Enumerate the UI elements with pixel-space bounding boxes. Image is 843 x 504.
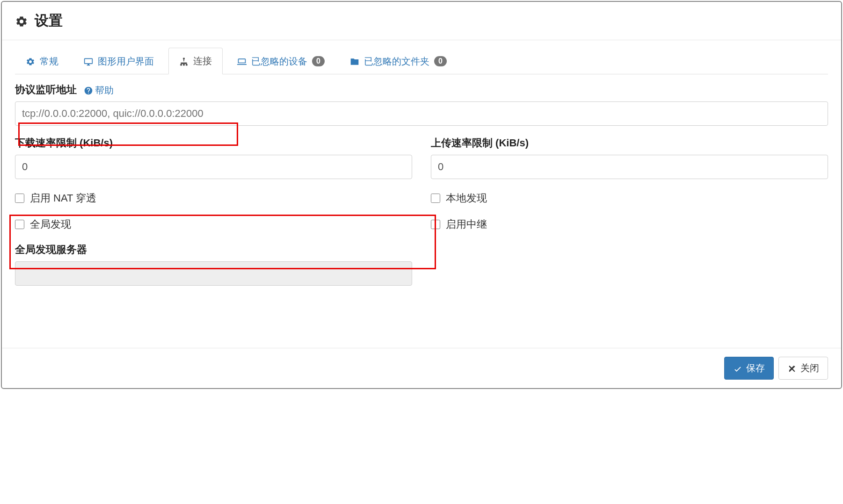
- download-rate-label: 下载速率限制 (KiB/s): [15, 136, 113, 150]
- help-label: 帮助: [95, 84, 114, 97]
- folder-icon: [350, 56, 359, 67]
- global-discovery-servers-input: [15, 261, 412, 286]
- tab-label: 图形用户界面: [98, 55, 154, 68]
- gear-icon: [26, 56, 35, 67]
- tab-general[interactable]: 常规: [15, 48, 69, 74]
- tab-ignored-folders[interactable]: 已忽略的文件夹 0: [339, 48, 458, 74]
- rate-limit-row: 下载速率限制 (KiB/s) 上传速率限制 (KiB/s): [15, 136, 828, 179]
- modal-header: 设置: [2, 2, 841, 40]
- listen-address-section: 协议监听地址 帮助: [15, 83, 828, 126]
- tab-label: 已忽略的文件夹: [364, 55, 429, 68]
- question-circle-icon: [84, 86, 93, 95]
- relay-checkbox[interactable]: [431, 220, 440, 229]
- check-icon: [733, 363, 742, 374]
- local-discovery-row: 本地发现: [431, 191, 828, 205]
- modal-footer: 保存 关闭: [2, 348, 841, 388]
- save-button-label: 保存: [746, 362, 765, 374]
- settings-modal: 设置 常规 图形用户界面 连接: [1, 1, 842, 389]
- global-discovery-checkbox[interactable]: [15, 220, 24, 229]
- close-button[interactable]: 关闭: [778, 357, 828, 380]
- tab-label: 连接: [193, 55, 212, 67]
- badge-count: 0: [312, 56, 325, 66]
- tabs: 常规 图形用户界面 连接 已忽略的设备 0: [15, 48, 828, 74]
- modal-body: 常规 图形用户界面 连接 已忽略的设备 0: [2, 48, 841, 299]
- listen-address-input[interactable]: [15, 101, 828, 126]
- upload-rate-label: 上传速率限制 (KiB/s): [431, 136, 529, 150]
- nat-traversal-label[interactable]: 启用 NAT 穿透: [30, 191, 96, 205]
- global-discovery-servers-section: 全局发现服务器: [15, 243, 828, 286]
- local-discovery-checkbox[interactable]: [431, 194, 440, 203]
- upload-rate-input[interactable]: [431, 155, 828, 179]
- global-discovery-servers-label: 全局发现服务器: [15, 243, 87, 257]
- relay-label[interactable]: 启用中继: [446, 217, 487, 231]
- badge-count: 0: [434, 56, 447, 66]
- global-discovery-label[interactable]: 全局发现: [30, 217, 71, 231]
- tab-gui[interactable]: 图形用户界面: [73, 48, 165, 74]
- tab-ignored-devices[interactable]: 已忽略的设备 0: [226, 48, 335, 74]
- global-discovery-row: 全局发现: [15, 217, 412, 231]
- checkbox-grid: 启用 NAT 穿透 全局发现 本地发现 启用中继: [15, 191, 828, 231]
- laptop-icon: [237, 56, 247, 67]
- tab-connection[interactable]: 连接: [168, 48, 223, 74]
- close-button-label: 关闭: [800, 362, 819, 374]
- relay-row: 启用中继: [431, 217, 828, 231]
- listen-address-label: 协议监听地址: [15, 83, 77, 97]
- tab-label: 已忽略的设备: [251, 55, 307, 68]
- gear-icon: [15, 14, 28, 29]
- sitemap-icon: [179, 56, 189, 66]
- save-button[interactable]: 保存: [724, 357, 774, 380]
- help-link[interactable]: 帮助: [84, 84, 114, 97]
- close-icon: [787, 363, 797, 374]
- download-rate-input[interactable]: [15, 155, 412, 179]
- local-discovery-label[interactable]: 本地发现: [446, 191, 487, 205]
- modal-title: 设置: [35, 11, 63, 30]
- tab-label: 常规: [40, 55, 58, 68]
- nat-traversal-row: 启用 NAT 穿透: [15, 191, 412, 205]
- nat-traversal-checkbox[interactable]: [15, 194, 24, 203]
- desktop-icon: [84, 56, 93, 67]
